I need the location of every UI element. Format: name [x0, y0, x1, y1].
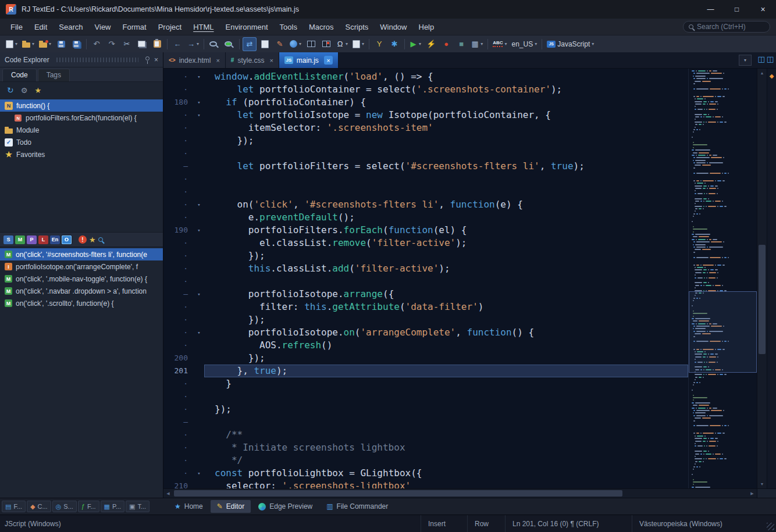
- line-number[interactable]: ·: [163, 429, 194, 441]
- code-line[interactable]: · filter: this.getAttribute('data-filter…: [163, 301, 688, 313]
- undo-button[interactable]: ↶: [90, 37, 104, 51]
- line-number[interactable]: ·: [163, 454, 194, 467]
- sidebar-mini-tab[interactable]: ▦P...: [101, 501, 125, 512]
- code-line[interactable]: · * Initiate screenshots lightbox: [163, 441, 688, 454]
- new-document-button[interactable]: [258, 37, 272, 51]
- menu-format[interactable]: Format: [117, 20, 152, 34]
- line-number[interactable]: ·: [163, 313, 194, 326]
- line-number[interactable]: 200: [163, 352, 194, 365]
- menu-environment[interactable]: Environment: [220, 20, 274, 34]
- fold-toggle-icon[interactable]: ▾: [194, 70, 204, 83]
- status-selection-mode[interactable]: Row: [467, 515, 489, 532]
- code-line[interactable]: ·▾const portfolioLightbox = GLightbox({: [163, 467, 688, 480]
- tree-item[interactable]: NportfolioFilters.forEach(function(el) {: [0, 112, 163, 124]
- tab-close-icon[interactable]: ×: [216, 57, 219, 64]
- syntax-select[interactable]: JSJavaScript▾: [545, 37, 596, 51]
- line-number[interactable]: ·: [163, 134, 194, 147]
- menu-macros[interactable]: Macros: [303, 20, 340, 34]
- code-line[interactable]: · */: [163, 454, 688, 467]
- code-line[interactable]: 180▾ if (portfolioContainer) {: [163, 96, 688, 109]
- sidebar-mini-tab[interactable]: ▣T...: [126, 501, 149, 512]
- code-line[interactable]: ·: [163, 275, 688, 288]
- list-search-icon[interactable]: [98, 237, 103, 242]
- line-number[interactable]: ·: [163, 185, 194, 198]
- filter-badge-o[interactable]: O: [62, 235, 72, 244]
- tree-item[interactable]: Module: [0, 124, 163, 136]
- code-line[interactable]: ·: [163, 173, 688, 185]
- insert-table-button[interactable]: ▦▾: [469, 37, 485, 51]
- horizontal-scroll-track[interactable]: [173, 489, 747, 498]
- fold-toggle-icon[interactable]: ▾: [194, 288, 204, 301]
- menu-help[interactable]: Help: [413, 20, 440, 34]
- line-number[interactable]: ·: [163, 390, 194, 403]
- code-line[interactable]: · });: [163, 249, 688, 262]
- save-button[interactable]: [54, 37, 68, 51]
- view-tab-file-commander[interactable]: ▥File Commander: [320, 500, 394, 513]
- pin-icon[interactable]: [145, 56, 149, 60]
- edit-document-button[interactable]: ✎: [273, 37, 287, 51]
- function-list-item[interactable]: IportfolioIsotope.on('arrangeComplete', …: [0, 260, 163, 273]
- line-number[interactable]: ·: [163, 147, 194, 160]
- spellcheck-button[interactable]: ABC▾: [491, 37, 508, 51]
- tab-close-icon[interactable]: ×: [269, 57, 273, 64]
- line-number[interactable]: 201: [163, 365, 194, 377]
- find-in-files-button[interactable]: [222, 37, 236, 51]
- menu-tools[interactable]: Tools: [274, 20, 303, 34]
- line-number[interactable]: ·: [163, 262, 194, 275]
- find-button[interactable]: [207, 37, 221, 51]
- line-number[interactable]: ·: [163, 377, 194, 390]
- status-insert-mode[interactable]: Insert: [421, 515, 446, 532]
- line-number[interactable]: –: [163, 160, 194, 173]
- fold-toggle-icon[interactable]: ▾: [194, 109, 204, 122]
- minimize-button[interactable]: —: [697, 0, 724, 19]
- syntax-status[interactable]: JScript (Windows): [5, 515, 61, 532]
- code-line[interactable]: · /**: [163, 429, 688, 441]
- panel-drag-grip[interactable]: [56, 58, 138, 62]
- code-line[interactable]: · }: [163, 377, 688, 390]
- line-number[interactable]: ·: [163, 301, 194, 313]
- line-number[interactable]: ·: [163, 467, 194, 480]
- stop-macro-button[interactable]: ■: [454, 37, 468, 51]
- code-line[interactable]: · this.classList.add('filter-active');: [163, 262, 688, 275]
- status-cursor-position[interactable]: Ln 201, Col 16 (0) ¶ (CRLF): [505, 515, 599, 532]
- menu-search[interactable]: Search: [53, 20, 88, 34]
- function-list-item[interactable]: Mon('click', '.scrollto', function(e) {: [0, 297, 163, 309]
- tab-list-dropdown[interactable]: ▾: [739, 55, 752, 66]
- code-line[interactable]: · });: [163, 313, 688, 326]
- menu-edit[interactable]: Edit: [29, 20, 53, 34]
- filter-badge-en[interactable]: En: [50, 235, 60, 244]
- scroll-right-icon[interactable]: ▶: [747, 491, 757, 496]
- fold-toggle-icon[interactable]: ▾: [194, 198, 204, 211]
- navigate-forward-button[interactable]: →▾: [186, 37, 201, 51]
- tab-close-icon[interactable]: ×: [324, 56, 333, 65]
- view-tab-edge-preview[interactable]: Edge Preview: [252, 500, 319, 513]
- scroll-up-icon[interactable]: ▲: [757, 71, 767, 75]
- panel-tab-tags[interactable]: Tags: [38, 69, 70, 81]
- tab-style.css[interactable]: #style.css×: [226, 52, 279, 68]
- panel-close-icon[interactable]: ×: [154, 56, 158, 64]
- add-favorite-icon[interactable]: ★: [34, 87, 41, 94]
- code-line[interactable]: –: [163, 416, 688, 429]
- filter-badge-m[interactable]: M: [15, 235, 25, 244]
- line-number[interactable]: 210: [163, 480, 194, 488]
- titlebar[interactable]: R RJ TextEd - C:\Users\Rickard\Documents…: [0, 0, 776, 19]
- browser-preview-button[interactable]: ▾: [288, 37, 303, 51]
- scroll-left-icon[interactable]: ◀: [163, 491, 173, 496]
- open-remote-button[interactable]: ▾: [37, 37, 53, 51]
- code-line[interactable]: –▾ portfolioIsotope.arrange({: [163, 288, 688, 301]
- filter-badge-s[interactable]: S: [3, 235, 13, 244]
- line-number[interactable]: ·: [163, 122, 194, 134]
- tab-index.html[interactable]: <>index.html×: [163, 52, 226, 68]
- menu-file[interactable]: File: [5, 20, 29, 34]
- code-line[interactable]: 200 });: [163, 352, 688, 365]
- code-line[interactable]: · AOS.refresh(): [163, 339, 688, 352]
- split-vertical-icon[interactable]: ◫: [767, 55, 774, 63]
- fold-toggle-icon[interactable]: ▾: [194, 96, 204, 109]
- cut-button[interactable]: ✂: [120, 37, 134, 51]
- warning-icon[interactable]: !: [79, 235, 87, 244]
- menu-project[interactable]: Project: [152, 20, 187, 34]
- sync-preview-button[interactable]: ⇄: [243, 37, 257, 51]
- tree-item[interactable]: ✓Todo: [0, 136, 163, 148]
- line-number[interactable]: 180: [163, 96, 194, 109]
- tree-item[interactable]: Nfunction() {: [0, 99, 163, 112]
